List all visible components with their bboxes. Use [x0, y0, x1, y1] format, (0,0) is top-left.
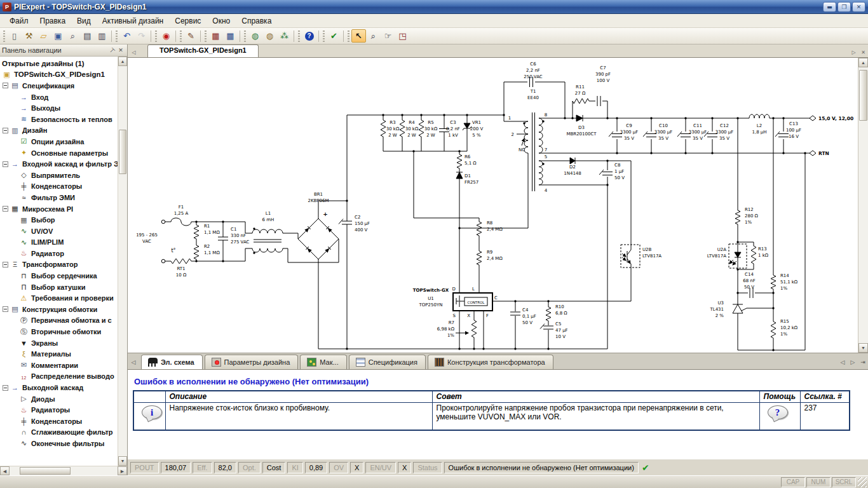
view-tab-next-icon[interactable]: ▷	[848, 355, 858, 369]
print-all-icon[interactable]: ▥	[95, 29, 109, 43]
tree-item-23[interactable]: ⓅПервичная обмотка и с	[0, 315, 118, 327]
toolbar-grip[interactable]	[3, 30, 5, 42]
tree-item-18[interactable]: ΞТрансформатор	[0, 259, 118, 271]
tree-item-15[interactable]: ∿UV/OV	[0, 226, 118, 237]
tab-3[interactable]: Спецификация	[349, 355, 426, 369]
share-design-icon[interactable]: ⁂	[277, 29, 292, 43]
collapse-icon[interactable]	[3, 161, 8, 167]
collapse-icon[interactable]	[3, 262, 8, 268]
redo-icon[interactable]: ↷	[134, 29, 149, 43]
print-preview-icon[interactable]: ⌕	[65, 29, 80, 43]
close-button[interactable]: ✕	[852, 2, 865, 12]
undo-icon[interactable]: ↶	[119, 29, 134, 43]
menu-item-5[interactable]: Окно	[207, 15, 236, 27]
menu-item-6[interactable]: Справка	[236, 15, 277, 27]
menu-item-3[interactable]: Активный дизайн	[97, 15, 169, 27]
info-bubble-icon[interactable]: i	[142, 405, 162, 419]
collapse-icon[interactable]	[3, 128, 8, 133]
menu-item-2[interactable]: Вид	[71, 15, 97, 27]
tree-item-31[interactable]: ♨Радиаторы	[0, 404, 118, 416]
scroll-right-icon[interactable]: ▶	[118, 466, 127, 475]
scroll-up-icon[interactable]: ▲	[118, 57, 127, 66]
doc-tab-next-icon[interactable]: ▷	[849, 48, 858, 57]
toolbar-grip[interactable]	[348, 30, 349, 42]
tree-item-34[interactable]: ∿Оконечные фильтры	[0, 438, 118, 449]
tree-item-20[interactable]: ΠВыбор катушки	[0, 281, 118, 293]
schematic-canvas[interactable]: F11,25 ART110 ΩR11,1 MΩR21,1 MΩC1330 nF2…	[128, 58, 855, 353]
tree-item-26[interactable]: ξМатериалы	[0, 348, 118, 360]
pi-xls-icon[interactable]: ▦	[223, 29, 238, 43]
scroll-up-icon[interactable]: ▲	[858, 58, 868, 67]
zoom-tool-icon[interactable]: ⌕	[366, 29, 381, 43]
tree-item-2[interactable]: ▤Спецификация	[0, 80, 118, 92]
tree-vertical-scrollbar[interactable]: ▲ ▼	[118, 57, 127, 466]
document-tab[interactable]: TOPSwitch-GX_PIDesign1	[147, 44, 259, 57]
tab-2[interactable]: Мак...	[300, 355, 346, 369]
schematic-vertical-scrollbar[interactable]: ▲ ▼	[858, 58, 868, 353]
view-tab-first-icon[interactable]: ◁	[128, 355, 139, 369]
view-tab-last-icon[interactable]: ⇥	[858, 355, 868, 369]
tree-item-28[interactable]: ₁₂Распределение выводо	[0, 371, 118, 383]
toolbar-grip[interactable]	[205, 30, 207, 42]
menu-item-0[interactable]: Файл	[4, 15, 34, 27]
scroll-thumb[interactable]	[119, 130, 126, 174]
tree-item-21[interactable]: ⚠Требования и проверки	[0, 292, 118, 304]
scroll-thumb[interactable]	[20, 467, 71, 475]
tree-item-17[interactable]: ♨Радиатор	[0, 248, 118, 259]
design-wizard-icon[interactable]: ⚒	[22, 29, 36, 43]
tree-item-10[interactable]: ◇Выпрямитель	[0, 170, 118, 181]
optimization-goal-icon[interactable]: ◉	[159, 29, 173, 43]
doc-tab-close-icon[interactable]: ✕	[858, 48, 868, 57]
tree-horizontal-scrollbar[interactable]: ◀ ▶	[0, 466, 127, 475]
resize-grip[interactable]	[858, 477, 867, 487]
toolbar-grip[interactable]	[180, 30, 182, 42]
tree-item-33[interactable]: ∩Сглаживающие фильтр	[0, 427, 118, 438]
zoom-region-icon[interactable]: ◳	[395, 29, 410, 43]
scroll-down-icon[interactable]: ▼	[858, 343, 868, 353]
new-document-icon[interactable]: ▯	[7, 29, 22, 43]
title-bar[interactable]: P PIExpert - TOPSwitch-GX_PIDesign1 ▬ ❐ …	[0, 0, 868, 14]
tree-item-25[interactable]: ▼Экраны	[0, 337, 118, 349]
tree-item-12[interactable]: ≈Фильтр ЭМИ	[0, 192, 118, 203]
toolbar-grip[interactable]	[116, 30, 118, 42]
tree-item-8[interactable]: ✦Основные параметры	[0, 147, 118, 159]
toolbar-grip[interactable]	[155, 30, 157, 42]
view-tab-prev-icon[interactable]: ◁	[837, 355, 848, 369]
toolbar-grip[interactable]	[323, 30, 325, 42]
tree-item-3[interactable]: →Вход	[0, 92, 118, 103]
collapse-icon[interactable]	[3, 206, 8, 212]
save-design-icon[interactable]: ▣	[51, 29, 65, 43]
pi-device-icon[interactable]: ▦	[208, 29, 223, 43]
select-cursor-icon[interactable]: ↖	[351, 29, 366, 43]
table-row[interactable]: iНапряжение сток-исток близко к пробивно…	[133, 402, 850, 430]
tree-item-32[interactable]: ╪Конденсаторы	[0, 416, 118, 427]
scroll-thumb[interactable]	[859, 70, 867, 121]
tree-item-5[interactable]: ≋Безопасность и теплов	[0, 114, 118, 125]
question-bubble-icon[interactable]: ?	[768, 405, 788, 419]
tree-item-27[interactable]: ✉Комментарии	[0, 360, 118, 371]
tab-4[interactable]: Конструкция трансформатора	[428, 355, 553, 369]
toolbar-grip[interactable]	[244, 30, 246, 42]
scroll-left-icon[interactable]: ◀	[0, 466, 10, 475]
minimize-button[interactable]: ▬	[823, 2, 836, 12]
toolbar-grip[interactable]	[298, 30, 300, 42]
tree-item-0[interactable]: Открытые дизайны (1)	[0, 58, 118, 69]
check-design-icon[interactable]: ✔	[327, 29, 341, 43]
tree-item-24[interactable]: ⓈВторичные обмотки	[0, 326, 118, 337]
menu-item-4[interactable]: Сервис	[169, 15, 207, 27]
print-icon[interactable]: ▤	[80, 29, 95, 43]
tree-item-1[interactable]: ▣TOPSwitch-GX_PIDesign1	[0, 69, 118, 81]
collapse-icon[interactable]	[3, 385, 8, 391]
tree-item-9[interactable]: →Входной каскад и фильтр Э	[0, 158, 118, 170]
collapse-icon[interactable]	[3, 83, 8, 88]
menu-item-1[interactable]: Правка	[34, 15, 72, 27]
tree-item-11[interactable]: ╪Конденсаторы	[0, 181, 118, 193]
tree-item-4[interactable]: →Выходы	[0, 102, 118, 114]
help-icon[interactable]: ?	[302, 29, 316, 43]
open-design-icon[interactable]: ▱	[36, 29, 51, 43]
tree-item-22[interactable]: ▤Конструкция обмотки	[0, 304, 118, 315]
customize-tool-icon[interactable]: ✎	[184, 29, 198, 43]
restore-button[interactable]: ❐	[837, 2, 851, 12]
tree-item-13[interactable]: ▦Микросхема PI	[0, 203, 118, 215]
tree-item-29[interactable]: →Выходной каскад	[0, 382, 118, 393]
